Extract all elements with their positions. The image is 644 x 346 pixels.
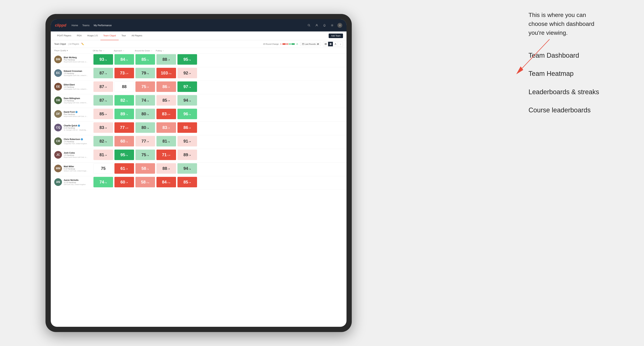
tab-tour[interactable]: Tour xyxy=(119,31,128,40)
svg-point-4 xyxy=(316,24,317,25)
person-icon[interactable] xyxy=(314,23,319,28)
view-download-btn[interactable]: ↓ xyxy=(338,42,343,46)
player-avatar: DB xyxy=(54,96,62,104)
bell-icon[interactable] xyxy=(322,23,327,28)
score-cell: 854▼ xyxy=(178,177,197,187)
player-name: David Ford✓ xyxy=(64,111,88,113)
player-avatar: CQ xyxy=(54,124,62,131)
heatmap-bar xyxy=(282,43,295,45)
user-avatar[interactable]: U xyxy=(338,23,342,28)
score-change: 2▲ xyxy=(126,141,128,143)
tab-team-clippd[interactable]: Team Clippd xyxy=(100,31,119,40)
tab-hcaps[interactable]: Hcaps 1-5 xyxy=(84,31,100,40)
score-cell: 913▼ xyxy=(178,136,197,147)
player-details: Aaron Nicholls11-15 HandicapDrift Golf C… xyxy=(64,179,86,185)
view-grid-btn[interactable] xyxy=(323,42,328,46)
score-change: 4▼ xyxy=(189,182,191,183)
player-details: Elliot Ebert1-5 HandicapSunningdale Golf… xyxy=(64,84,88,90)
score-cell: 897▲ xyxy=(114,109,134,119)
score-cell: 881▼ xyxy=(156,54,176,65)
svg-line-0 xyxy=(520,39,550,71)
last-rounds-button[interactable]: Last Rounds: 20 xyxy=(300,42,321,46)
nav-item-myperformance[interactable]: My Performance xyxy=(94,24,112,27)
score-cell: 813▼ xyxy=(94,150,113,160)
score-change: 7▲ xyxy=(126,114,128,115)
score-cell: 741▲ xyxy=(136,95,155,106)
annotation-area: This is where you can choose which dashb… xyxy=(528,10,637,124)
heatbar-green xyxy=(292,43,295,45)
table-row[interactable]: BMBlair McHargPlus HandicapRoyal North D… xyxy=(51,53,346,67)
score-change: 1▲ xyxy=(189,100,191,102)
player-details: Blair McHargPlus HandicapRoyal North Dev… xyxy=(64,56,88,63)
table-row[interactable]: DFDavid Ford✓Plus HandicapRoyal North De… xyxy=(51,108,346,122)
player-info: MMMatt Miller6-10 HandicapWoburn Golf Cl… xyxy=(54,165,93,172)
tablet-screen: clippd Home Teams My Performance xyxy=(51,19,346,327)
player-avatar: EC xyxy=(54,69,62,77)
table-row[interactable]: DBDave Billingham1-5 HandicapGog Magog G… xyxy=(51,94,346,108)
score-cell: 846▲ xyxy=(114,54,134,65)
table-row[interactable]: ECEdward Crossman1-5 HandicapSunningdale… xyxy=(51,67,346,81)
score-cell: 803▲ xyxy=(136,109,155,119)
tab-all-players[interactable]: All Players xyxy=(128,31,145,40)
svg-point-16 xyxy=(335,43,336,44)
score-change: 6▲ xyxy=(126,59,128,61)
score-change: 1▲ xyxy=(105,73,107,74)
player-name: Aaron Nicholls xyxy=(64,179,86,181)
table-row[interactable]: MMMatt Miller6-10 HandicapWoburn Golf Cl… xyxy=(51,163,346,176)
table-row[interactable]: CQCharlie Quick✓6-10 HandicapSt. George'… xyxy=(51,122,346,135)
score-change: 4▲ xyxy=(126,100,128,102)
score-change: 3▲ xyxy=(147,114,149,115)
team-label: Team Clippd xyxy=(54,43,66,45)
score-change: 3▲ xyxy=(189,168,191,170)
table-row[interactable]: EEElliot Ebert1-5 HandicapSunningdale Go… xyxy=(51,81,346,94)
table-row[interactable]: CRChris Robertson✓1-5 HandicapCraigmilla… xyxy=(51,135,346,149)
player-avatar: JC xyxy=(54,151,62,159)
col-approach: Approach → xyxy=(114,50,135,52)
player-avatar: DF xyxy=(54,110,62,118)
option-course-leaderboards[interactable]: Course leaderboards xyxy=(528,106,637,114)
score-change: 4▲ xyxy=(105,59,107,61)
score-cell: 75 xyxy=(94,163,113,174)
score-cell: 753▼ xyxy=(136,81,155,92)
view-heatmap-btn[interactable] xyxy=(328,42,333,46)
tab-pgat[interactable]: PGAT Players xyxy=(54,31,74,40)
score-change: 2▼ xyxy=(168,168,170,170)
player-club: Craigmillar Park, United Kingdom xyxy=(64,143,87,145)
player-handicap: 1-5 Handicap xyxy=(64,72,88,74)
option-leaderboards[interactable]: Leaderboards & streaks xyxy=(528,88,637,96)
edit-icon[interactable]: ✏️ xyxy=(81,43,84,45)
table-row[interactable]: ANAaron Nicholls11-15 HandicapDrift Golf… xyxy=(51,176,346,190)
tablet-frame: clippd Home Teams My Performance xyxy=(46,14,352,332)
gear-icon[interactable] xyxy=(330,23,334,28)
score-cell: 613▼ xyxy=(114,163,134,174)
nav-item-teams[interactable]: Teams xyxy=(82,24,90,27)
score-cell: 853▼ xyxy=(156,95,176,106)
view-person-btn[interactable] xyxy=(333,42,338,46)
score-value: 71 xyxy=(162,153,167,157)
score-change: 3▼ xyxy=(147,86,149,88)
score-change: 8▲ xyxy=(126,155,128,156)
svg-rect-11 xyxy=(326,43,326,44)
player-info: CRChris Robertson✓1-5 HandicapCraigmilla… xyxy=(54,137,93,145)
score-change: 1▼ xyxy=(168,59,170,61)
tab-pga[interactable]: PGA xyxy=(74,31,84,40)
score-value: 83 xyxy=(100,126,104,130)
player-club: Gog Magog Golf Club, United Kingdom xyxy=(64,102,88,104)
search-icon[interactable] xyxy=(306,23,312,28)
player-info: ECEdward Crossman1-5 HandicapSunningdale… xyxy=(54,69,93,77)
score-change: 3▼ xyxy=(105,155,107,156)
player-details: David Ford✓Plus HandicapRoyal North Devo… xyxy=(64,111,88,117)
score-cell: 866▼ xyxy=(156,81,176,92)
add-team-button[interactable]: Add Team xyxy=(329,33,343,38)
player-name: Dave Billingham xyxy=(64,97,88,100)
nav-item-home[interactable]: Home xyxy=(72,24,78,27)
col-putting: Putting → xyxy=(156,50,177,52)
nav-logo[interactable]: clippd xyxy=(55,23,66,28)
score-value: 96 xyxy=(184,112,188,116)
score-cell: 801▲ xyxy=(136,122,155,133)
table-row[interactable]: JCJosh Coles1-5 HandicapRoyal North Devo… xyxy=(51,149,346,163)
score-value: 85 xyxy=(142,57,146,61)
score-cell: 7111▼ xyxy=(156,150,176,160)
player-club: Sunningdale Golf Club, United Kingdom xyxy=(64,75,88,76)
score-change: 3▼ xyxy=(105,86,107,88)
